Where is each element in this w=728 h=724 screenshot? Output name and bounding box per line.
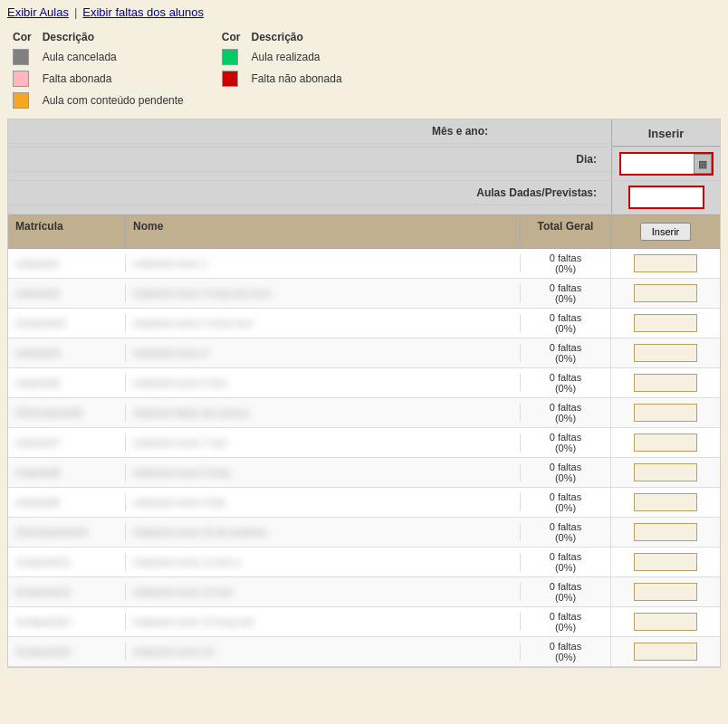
table-row: redacted8 redacted nome 8 long 0 faltas … (8, 458, 720, 488)
row-insert-input[interactable] (634, 583, 697, 601)
data-rows: redacted1 redacted nome 1 0 faltas (0%) … (8, 249, 720, 667)
link-exibir-aulas[interactable]: Exibir Aulas (7, 5, 69, 19)
table-row: redacted5 redacted nome 5 text 0 faltas … (8, 368, 720, 398)
cell-nome: redacted nome 2 long text here (126, 284, 521, 302)
cell-matricula: redacted2 (8, 284, 126, 302)
table-row: 1redacted11 redacted nome 11 text a 0 fa… (8, 548, 720, 577)
total-value: 0 faltas (550, 282, 581, 293)
main-container: Mês e ano: Inserir Dia: ▦ (7, 119, 721, 668)
row-insert-input[interactable] (634, 433, 697, 452)
cell-total: 0 faltas (0%) (521, 249, 611, 278)
pct-value: (0%) (555, 532, 576, 543)
pct-value: (0%) (555, 293, 576, 304)
matricula-value: redacted1 (15, 258, 60, 269)
legend-abonada-label: Falta abonada (37, 68, 189, 90)
dia-input[interactable] (621, 154, 694, 174)
row-insert-input[interactable] (634, 374, 697, 392)
cell-nome: redacted faltas dos alunos (126, 404, 521, 422)
row-insert-input[interactable] (634, 284, 697, 302)
color-realizada-icon (222, 49, 238, 65)
table-row: 2redacted3 redacted nome 3 more text 0 f… (8, 309, 720, 338)
nome-value: redacted nome 1 (133, 258, 208, 269)
row-insert-input[interactable] (634, 493, 697, 511)
row-insert-input[interactable] (634, 344, 697, 362)
total-value: 0 faltas (550, 551, 581, 562)
pct-value: (0%) (555, 323, 576, 334)
cell-matricula: 2redacted12 (8, 583, 126, 601)
nome-value: redacted nome 9 link (133, 497, 225, 508)
calendar-button[interactable]: ▦ (694, 154, 712, 174)
total-value: 0 faltas (550, 342, 581, 353)
cell-inserir (611, 311, 720, 335)
table-row: 2010redacted10 redacted nome 10 all stud… (8, 518, 720, 548)
row-insert-input[interactable] (634, 463, 697, 481)
cell-total: 0 faltas (0%) (521, 458, 611, 487)
cell-matricula: redacted1 (8, 254, 126, 272)
cell-inserir (611, 371, 720, 395)
cell-nome: redacted nome 5 text (126, 374, 521, 392)
row-insert-input[interactable] (634, 643, 697, 661)
nome-value: redacted nome 14 (133, 646, 214, 657)
nome-value: redacted nome 3 more text (133, 318, 252, 329)
nome-value: redacted nome 2 long text here (133, 288, 271, 299)
col-nome-header: Nome (126, 215, 521, 248)
table-row: 2010redacted6 redacted faltas dos alunos… (8, 398, 720, 428)
cell-total: 0 faltas (0%) (521, 637, 611, 666)
legend-nao-abonada-label: Falta não abonada (245, 68, 347, 90)
inserir-button[interactable]: Inserir (640, 223, 692, 241)
aulas-input[interactable] (630, 187, 703, 207)
cell-total: 0 faltas (0%) (521, 338, 611, 367)
cell-inserir (611, 520, 720, 544)
cell-inserir (611, 401, 720, 424)
link-exibir-faltas[interactable]: Exibir faltas dos alunos (82, 5, 204, 19)
nome-value: redacted nome 10 all students (133, 527, 266, 538)
cell-nome: redacted nome 12 text (126, 583, 521, 601)
cell-inserir (611, 640, 720, 663)
total-value: 0 faltas (550, 521, 581, 532)
mes-ano-label: Mês e ano: (432, 125, 488, 138)
cell-inserir (611, 431, 720, 454)
matricula-value: 1redacted11 (15, 557, 71, 567)
cell-nome: redacted nome 8 long (126, 463, 521, 481)
cell-inserir (611, 491, 720, 514)
nome-value: redacted nome 4 (133, 348, 208, 358)
aulas-label: Aulas Dadas/Previstas: (476, 186, 597, 199)
cell-matricula: redacted8 (8, 463, 126, 481)
row-insert-input[interactable] (634, 523, 697, 541)
cell-inserir (611, 281, 720, 305)
cell-total: 0 faltas (0%) (521, 279, 611, 308)
cell-total: 0 faltas (0%) (521, 607, 611, 636)
cell-total: 0 faltas (0%) (521, 577, 611, 606)
legend-cor-header-1: Cor (7, 28, 37, 46)
legend-realizada-label: Aula realizada (245, 46, 347, 68)
table-header: Matrícula Nome Total Geral Inserir (8, 214, 720, 249)
col-total-header: Total Geral (521, 215, 611, 248)
row-insert-input[interactable] (634, 254, 697, 272)
legend-cor-header-2: Cor (216, 28, 246, 46)
row-insert-input[interactable] (634, 553, 697, 571)
matricula-value: redacted5 (15, 377, 60, 388)
cell-inserir (611, 580, 720, 604)
cell-matricula: 2010redacted10 (8, 523, 126, 541)
matricula-value: redacted2 (15, 288, 60, 299)
cell-nome: redacted nome 1 (126, 254, 521, 272)
pct-value: (0%) (555, 592, 576, 603)
legend-desc-header-1: Descrição (37, 28, 189, 46)
cell-matricula: 2redacted3 (8, 314, 126, 332)
cell-matricula: redacted9 (8, 493, 126, 511)
color-nao-abonada-icon (222, 71, 238, 87)
pct-value: (0%) (555, 413, 576, 424)
row-insert-input[interactable] (634, 314, 697, 332)
legend-cancelada-label: Aula cancelada (37, 46, 189, 68)
color-pendente-icon (13, 92, 29, 109)
table-row: 2redacted12 redacted nome 12 text 0 falt… (8, 577, 720, 607)
pct-value: (0%) (555, 652, 576, 662)
row-insert-input[interactable] (634, 404, 697, 422)
matricula-value: redacted9 (15, 497, 60, 508)
cell-nome: redacted nome 3 more text (126, 314, 521, 332)
cell-inserir (611, 610, 720, 634)
nome-value: redacted nome 5 text (133, 377, 226, 388)
row-insert-input[interactable] (634, 613, 697, 631)
cell-total: 0 faltas (0%) (521, 488, 611, 517)
total-value: 0 faltas (550, 372, 581, 383)
